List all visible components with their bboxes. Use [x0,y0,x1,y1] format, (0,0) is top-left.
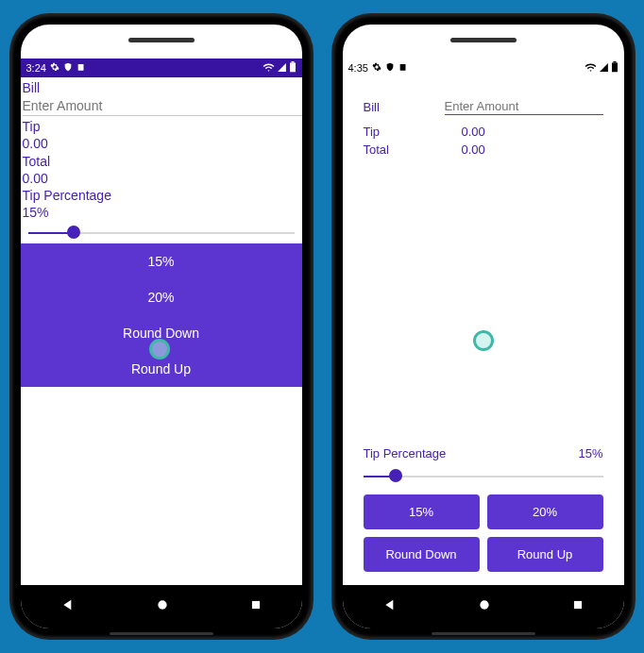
speaker-icon [450,38,517,42]
tip-pct-value: 15% [21,204,302,221]
tip-row: Tip 0.00 [364,125,603,139]
tip-pct-row: Tip Percentage 15% [364,446,603,460]
phone-frame-a: 3:24 [11,15,312,638]
phone-screen-b: 4:35 Bill Tip 0.00 Total 0.00 [343,25,624,628]
round-down-button[interactable]: Round Down [364,537,480,572]
tip-value: 0.00 [21,135,302,152]
bill-label: Bill [21,77,302,96]
wifi-icon [263,62,275,75]
status-time: 3:24 [26,62,46,74]
bottom-controls: Tip Percentage 15% 15% 20% Round Down Ro… [364,446,603,572]
screen-content-b: Bill Tip 0.00 Total 0.00 Tip Percentage … [343,77,624,585]
tip-15-button[interactable]: 15% [364,494,480,529]
bill-label: Bill [364,100,445,114]
button-block: 15% 20% Round Down Round Up [21,243,302,387]
svg-rect-2 [291,61,294,63]
svg-point-8 [480,600,488,609]
signal-icon [599,62,609,75]
recents-button[interactable] [249,598,263,615]
svg-rect-1 [290,63,296,73]
home-button[interactable] [155,597,170,616]
tip-15-button[interactable]: 15% [21,243,302,279]
tip-pct-label: Tip Percentage [21,187,302,204]
bill-amount-input[interactable] [23,96,302,116]
status-right [585,61,619,75]
wifi-icon [585,62,597,75]
total-label: Total [21,153,302,170]
phone-screen-a: 3:24 [21,25,302,628]
svg-rect-6 [612,63,618,73]
svg-rect-7 [613,61,616,63]
tip-value: 0.00 [462,125,485,139]
shield-icon [63,62,73,74]
tip-label: Tip [21,116,302,135]
phone-frame-b: 4:35 Bill Tip 0.00 Total 0.00 [333,15,634,638]
status-right [263,61,297,75]
back-button[interactable] [382,597,398,616]
gear-icon [372,62,381,74]
tip-percentage-slider[interactable] [28,221,295,243]
gear-icon [50,62,59,74]
android-navbar [21,585,302,628]
signal-icon [277,62,287,75]
status-bar: 4:35 [343,59,624,77]
bill-row: Bill [364,98,603,115]
speaker-bottom-icon [110,632,213,635]
screen-content-a: Bill Tip 0.00 Total 0.00 Tip Percentage … [21,77,302,585]
total-label: Total [364,142,462,157]
tip-20-button[interactable]: 20% [21,279,302,315]
recents-button[interactable] [571,598,585,615]
tip-pct-value: 15% [578,446,602,460]
total-row: Total 0.00 [364,142,603,157]
button-grid: 15% 20% Round Down Round Up [364,494,603,572]
touch-indicator-icon [149,339,170,360]
shield-icon [385,62,395,74]
tip-20-button[interactable]: 20% [487,494,603,529]
status-left: 4:35 [348,62,408,74]
battery-icon [611,61,619,75]
tip-pct-label: Tip Percentage [364,446,447,460]
speaker-bottom-icon [432,632,535,635]
status-time: 4:35 [348,62,368,74]
svg-rect-9 [573,601,581,609]
tip-label: Tip [364,125,462,139]
back-button[interactable] [60,597,76,616]
svg-rect-5 [400,64,406,71]
android-navbar [343,585,624,628]
round-up-button[interactable]: Round Up [487,537,603,572]
total-value: 0.00 [462,142,485,157]
slider-thumb[interactable] [67,226,80,239]
status-bar: 3:24 [21,59,302,77]
total-value: 0.00 [21,170,302,187]
battery-icon [289,61,297,75]
card-icon [398,62,408,74]
home-button[interactable] [477,597,492,616]
slider-thumb[interactable] [389,469,402,482]
bill-amount-input[interactable] [445,98,603,115]
status-left: 3:24 [26,62,86,74]
svg-rect-0 [78,64,84,71]
tip-percentage-slider[interactable] [364,464,603,487]
touch-indicator-icon [473,330,494,351]
speaker-icon [128,38,195,42]
card-icon [76,62,86,74]
svg-rect-4 [251,601,259,609]
svg-point-3 [158,600,166,609]
